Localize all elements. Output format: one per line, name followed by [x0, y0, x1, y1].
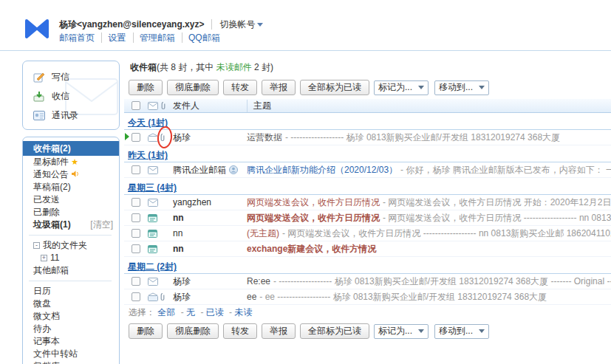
mail-preview: - ------------------ 杨珍 0813新购买企业邮/开发组 1… — [273, 276, 611, 286]
chevron-down-icon — [418, 329, 424, 333]
official-badge-icon — [229, 165, 238, 174]
sidebar-item-folder-11[interactable]: 11 — [23, 252, 119, 264]
contacts-button[interactable]: 通讯录 — [33, 106, 119, 125]
mail-preview: - 网页端发送会议，收件方日历情况 开始：2020年12月2日15:30 结束： — [383, 197, 611, 207]
mail-row[interactable]: nn 网页端发送会议，收件方日历情况- 网页端发送会议，收件方日历情况 ----… — [124, 210, 611, 226]
select-label: 选择： — [129, 307, 155, 317]
move-to-dropdown[interactable]: 移动到... — [434, 324, 489, 339]
select-unread-link[interactable]: 未读 — [229, 307, 252, 317]
sidebar-item-junk[interactable]: 垃圾箱(1) [清空] — [23, 219, 119, 231]
nav-qqmail[interactable]: QQ邮箱 — [182, 32, 220, 43]
toolbar-bottom: 删除 彻底删除 转发 举报 全部标为已读 标记为... 移动到... — [124, 321, 611, 343]
mark-as-dropdown[interactable]: 标记为... — [374, 324, 429, 339]
sidebar-item-weidrive[interactable]: 微盘 — [23, 298, 119, 310]
group-header-yesterday: 昨天 (1封) — [124, 145, 611, 162]
sidebar-item-notes[interactable]: 记事本 — [23, 335, 119, 348]
chevron-down-icon — [479, 86, 485, 89]
mail-sender: 杨珍 — [173, 131, 247, 144]
nav-mail-home[interactable]: 邮箱首页 — [59, 32, 95, 43]
compose-button[interactable]: 写信 — [33, 67, 119, 86]
mail-subject: 网页端发送会议，收件方日历情况 — [247, 213, 380, 223]
mail-sender: 杨珍 — [173, 275, 247, 288]
mailbox-title: 收件箱(共 8 封，其中 未读邮件 2 封) — [124, 59, 611, 78]
mail-row[interactable]: 杨珍 运营数据- ------------------ 杨珍 0813新购买企业… — [124, 130, 611, 145]
sidebar-item-starred[interactable]: 星标邮件 — [23, 156, 119, 168]
purge-button[interactable]: 彻底删除 — [167, 323, 219, 339]
mail-row[interactable]: nn exchange新建会议，收件方情况 — [124, 241, 611, 257]
mail-preview: - 你好，杨珍 腾讯企业邮新版本已发布，内容如下： 一、通用功能 — [400, 165, 611, 175]
mail-checkbox[interactable] — [132, 133, 140, 142]
divider — [29, 235, 112, 236]
speaker-icon — [71, 170, 80, 178]
compose-pencil-icon — [33, 72, 47, 83]
receive-button[interactable]: 收信 — [33, 86, 119, 106]
mail-row[interactable]: nn (无主题)- 网页端发送会议，收件方日历情况 --------------… — [124, 226, 611, 241]
select-none-link[interactable]: 无 — [181, 307, 195, 317]
sidebar-item-weidocs[interactable]: 微文档 — [23, 310, 119, 323]
nav-manage-mail[interactable]: 管理邮箱 — [133, 32, 175, 43]
select-all-checkbox[interactable] — [132, 101, 140, 110]
mail-checkbox[interactable] — [132, 165, 140, 174]
mail-sender: 杨珍 — [173, 291, 247, 303]
sidebar-item-announcements[interactable]: 通知公告 — [23, 168, 119, 181]
mark-all-read-button[interactable]: 全部标为已读 — [300, 323, 369, 339]
mail-checkbox[interactable] — [132, 213, 140, 222]
sidebar-item-calendar[interactable]: 日历 — [23, 285, 119, 298]
sidebar-item-archive[interactable]: 归档库 — [23, 360, 119, 364]
sidebar-item-drafts[interactable]: 草稿箱(2) — [23, 181, 119, 193]
mail-subject[interactable]: 腾讯企业邮新功能介绍（2020/12/03） — [247, 165, 397, 175]
contacts-label: 通讯录 — [52, 109, 78, 122]
header-divider — [0, 50, 611, 51]
collapse-icon[interactable] — [33, 242, 40, 249]
mail-sender: nn — [173, 228, 247, 238]
star-icon — [71, 157, 78, 167]
delete-button[interactable]: 删除 — [129, 80, 163, 95]
mail-row[interactable]: 腾讯企业邮箱 腾讯企业邮新功能介绍（2020/12/03）- 你好，杨珍 腾讯企… — [124, 162, 611, 178]
report-button[interactable]: 举报 — [262, 80, 296, 95]
sidebar-item-my-folders[interactable]: 我的文件夹 — [23, 239, 119, 252]
move-to-dropdown[interactable]: 移动到... — [434, 80, 489, 95]
forward-button[interactable]: 转发 — [223, 323, 257, 339]
column-subject[interactable]: 主题 — [247, 100, 611, 112]
column-sender[interactable]: 发件人 — [173, 100, 247, 112]
select-all-link[interactable]: 全部 — [157, 307, 175, 317]
sidebar-item-other-mailboxes[interactable]: 其他邮箱 — [23, 264, 119, 277]
mail-checkbox[interactable] — [132, 244, 140, 253]
purge-button[interactable]: 彻底删除 — [167, 80, 219, 95]
mail-preview: - 网页端发送会议，收件方日历情况 ------------------ nn … — [282, 228, 611, 238]
chevron-down-icon — [257, 23, 263, 27]
group-header-today: 今天 (1封) — [124, 113, 611, 130]
sidebar-item-sent[interactable]: 已发送 — [23, 193, 119, 206]
receive-mail-icon — [33, 91, 47, 102]
mail-checkbox[interactable] — [132, 198, 140, 207]
delete-button[interactable]: 删除 — [129, 323, 163, 339]
mail-row[interactable]: 杨珍 Re:ee- ------------------ 杨珍 0813新购买企… — [124, 274, 611, 289]
mail-checkbox[interactable] — [132, 277, 140, 286]
sidebar-item-inbox[interactable]: 收件箱(2) — [23, 141, 119, 156]
mail-sender: nn — [173, 213, 247, 223]
attachment-icon — [160, 133, 165, 142]
report-button[interactable]: 举报 — [262, 323, 296, 339]
mail-row[interactable]: 杨珍 ee- ee ------------------ 杨珍 0813新购买企… — [124, 289, 611, 305]
sidebar-item-deleted[interactable]: 已删除 — [23, 206, 119, 219]
mail-subject: 运营数据 — [247, 132, 282, 142]
mark-all-read-button[interactable]: 全部标为已读 — [300, 80, 369, 95]
empty-junk-link[interactable]: [清空] — [90, 219, 113, 231]
mark-as-dropdown[interactable]: 标记为... — [374, 80, 429, 95]
mail-checkbox[interactable] — [132, 229, 140, 238]
forward-button[interactable]: 转发 — [223, 80, 257, 95]
sidebar-item-todo[interactable]: 待办 — [23, 323, 119, 335]
expand-icon[interactable] — [41, 255, 47, 261]
nav-settings[interactable]: 设置 — [101, 32, 126, 43]
mail-subject: 网页端发送会议，收件方日历情况 — [247, 197, 380, 207]
mail-checkbox[interactable] — [132, 292, 140, 301]
mail-row[interactable]: yangzhen 网页端发送会议，收件方日历情况- 网页端发送会议，收件方日历情… — [124, 195, 611, 210]
select-read-link[interactable]: 已读 — [200, 307, 223, 317]
mail-open-icon — [148, 292, 158, 301]
mail-preview: - ee ------------------ 杨珍 0813新购买企业邮/开发… — [259, 292, 547, 302]
mail-closed-icon — [148, 278, 158, 286]
sidebar-item-file-transfer[interactable]: 文件中转站 — [23, 348, 119, 360]
calendar-invite-icon — [148, 213, 157, 222]
exmail-logo[interactable] — [24, 18, 50, 42]
switch-account-link[interactable]: 切换帐号 — [211, 19, 263, 30]
